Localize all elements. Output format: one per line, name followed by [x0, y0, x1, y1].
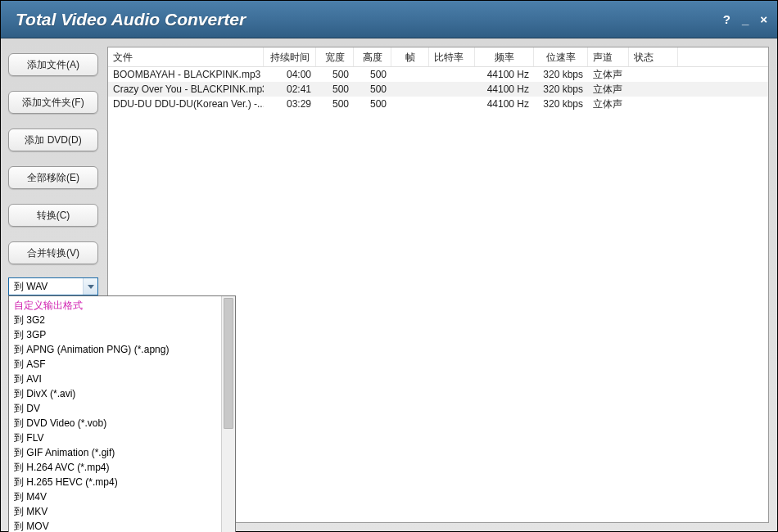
cell: 500 — [354, 68, 391, 81]
cell: 03:29 — [264, 97, 316, 110]
cell: 44100 Hz — [475, 68, 534, 81]
cell: 500 — [316, 83, 354, 96]
cell: 500 — [354, 83, 391, 96]
convert-button[interactable]: 转换(C) — [8, 204, 98, 227]
cell: 320 kbps — [534, 97, 588, 110]
format-select-value: 到 WAV — [14, 280, 47, 294]
chevron-down-icon — [83, 278, 97, 295]
add-folder-button[interactable]: 添加文件夹(F) — [8, 91, 98, 114]
cell — [391, 88, 429, 90]
format-option[interactable]: 到 DVD Video (*.vob) — [9, 416, 235, 431]
col-fps[interactable]: 帧 — [391, 47, 429, 66]
col-channel[interactable]: 声道 — [588, 47, 629, 66]
col-file[interactable]: 文件 — [108, 47, 264, 66]
dropdown-scrollbar[interactable] — [221, 296, 235, 532]
titlebar: Total Video Audio Converter ? _ × — [1, 1, 777, 38]
format-option[interactable]: 到 3G2 — [9, 313, 235, 327]
merge-convert-button[interactable]: 合并转换(V) — [8, 241, 98, 264]
cell: 500 — [316, 97, 354, 110]
cell: 立体声 — [588, 82, 629, 97]
cell — [429, 74, 475, 75]
scrollbar-thumb[interactable] — [224, 298, 233, 429]
format-dropdown-list: 自定义输出格式到 3G2到 3GP到 APNG (Animation PNG) … — [9, 296, 235, 532]
minimize-icon[interactable]: _ — [742, 12, 749, 26]
col-height[interactable]: 高度 — [354, 47, 391, 66]
col-width[interactable]: 宽度 — [316, 47, 354, 66]
col-duration[interactable]: 持续时间 — [264, 47, 316, 66]
cell: BOOMBAYAH - BLACKPINK.mp3 — [108, 68, 264, 81]
col-bitrate2[interactable]: 位速率 — [534, 47, 588, 66]
add-dvd-button[interactable]: 添加 DVD(D) — [8, 128, 98, 151]
col-status[interactable]: 状态 — [629, 47, 678, 66]
format-option[interactable]: 到 MOV — [9, 519, 235, 532]
cell: 500 — [354, 97, 391, 110]
content-area: 添加文件(A) 添加文件夹(F) 添加 DVD(D) 全部移除(E) 转换(C)… — [1, 38, 777, 531]
col-bitrate[interactable]: 比特率 — [429, 47, 475, 66]
format-option[interactable]: 到 M4V — [9, 489, 235, 504]
output-format-select[interactable]: 到 WAV — [8, 277, 98, 295]
format-option[interactable]: 到 GIF Animation (*.gif) — [9, 445, 235, 460]
cell: 320 kbps — [534, 83, 588, 96]
cell: 02:41 — [264, 83, 316, 96]
format-option[interactable]: 到 DV — [9, 401, 235, 416]
format-option[interactable]: 到 H.265 HEVC (*.mp4) — [9, 475, 235, 489]
cell — [391, 103, 429, 105]
cell: 320 kbps — [534, 68, 588, 81]
cell — [629, 88, 678, 90]
format-dropdown: 自定义输出格式到 3G2到 3GP到 APNG (Animation PNG) … — [8, 295, 236, 532]
cell: 44100 Hz — [475, 83, 534, 96]
cell: 04:00 — [264, 68, 316, 81]
cell — [429, 103, 475, 105]
format-option[interactable]: 到 H.264 AVC (*.mp4) — [9, 460, 235, 475]
format-option[interactable]: 到 DivX (*.avi) — [9, 386, 235, 401]
help-icon[interactable]: ? — [723, 12, 731, 26]
col-freq[interactable]: 频率 — [475, 47, 534, 66]
cell: 44100 Hz — [475, 97, 534, 110]
cell — [629, 74, 678, 75]
format-option[interactable]: 到 AVI — [9, 372, 235, 386]
table-row[interactable]: BOOMBAYAH - BLACKPINK.mp304:005005004410… — [108, 67, 768, 82]
cell: 立体声 — [588, 97, 629, 112]
cell — [629, 103, 678, 105]
cell: 立体声 — [588, 67, 629, 83]
format-option[interactable]: 自定义输出格式 — [9, 298, 235, 313]
table-body: BOOMBAYAH - BLACKPINK.mp304:005005004410… — [108, 67, 768, 111]
app-title: Total Video Audio Converter — [16, 10, 723, 29]
app-window: Total Video Audio Converter ? _ × 添加文件(A… — [0, 0, 778, 532]
cell: DDU-DU DDU-DU(Korean Ver.) -... — [108, 97, 264, 110]
cell — [429, 88, 475, 90]
table-header: 文件 持续时间 宽度 高度 帧 比特率 频率 位速率 声道 状态 — [108, 47, 768, 67]
format-option[interactable]: 到 FLV — [9, 431, 235, 445]
close-icon[interactable]: × — [760, 12, 767, 26]
cell — [391, 74, 429, 75]
window-controls: ? _ × — [723, 12, 767, 26]
add-file-button[interactable]: 添加文件(A) — [8, 53, 98, 76]
cell: 500 — [316, 68, 354, 81]
table-row[interactable]: DDU-DU DDU-DU(Korean Ver.) -...03:295005… — [108, 97, 768, 111]
format-option[interactable]: 到 3GP — [9, 327, 235, 342]
remove-all-button[interactable]: 全部移除(E) — [8, 166, 98, 189]
format-option[interactable]: 到 ASF — [9, 357, 235, 372]
format-option[interactable]: 到 APNG (Animation PNG) (*.apng) — [9, 342, 235, 357]
table-row[interactable]: Crazy Over You - BLACKPINK.mp302:4150050… — [108, 82, 768, 97]
cell: Crazy Over You - BLACKPINK.mp3 — [108, 83, 264, 96]
format-option[interactable]: 到 MKV — [9, 504, 235, 519]
